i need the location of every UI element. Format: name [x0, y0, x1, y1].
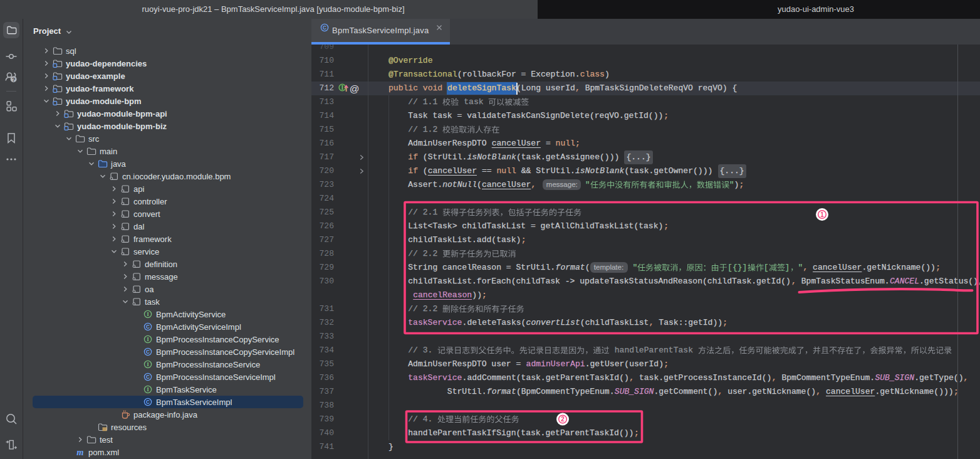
svg-text:C: C [146, 374, 150, 380]
svg-text:@: @ [350, 83, 360, 94]
svg-text:C: C [146, 349, 150, 355]
svg-text:C: C [323, 25, 326, 31]
svg-text:C: C [146, 399, 150, 405]
svg-text:I: I [147, 336, 149, 342]
svg-text:C: C [146, 324, 150, 330]
svg-text:I: I [341, 85, 343, 91]
svg-text:I: I [147, 386, 149, 393]
svg-text:I: I [147, 361, 149, 367]
svg-text:m: m [76, 447, 83, 457]
svg-text:?: ? [12, 76, 16, 83]
svg-text:I: I [147, 311, 149, 317]
